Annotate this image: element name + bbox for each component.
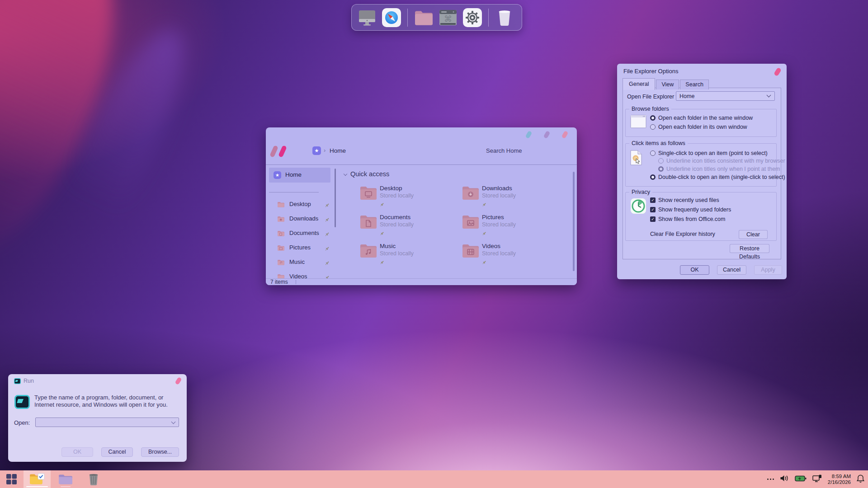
sidebar-scrollbar[interactable] xyxy=(335,169,336,227)
running-indicator xyxy=(26,486,48,488)
safari-icon[interactable] xyxy=(382,8,401,28)
close-icon[interactable] xyxy=(175,377,182,385)
radio-underline-consistent: Underline icon titles consistent with my… xyxy=(658,157,785,164)
harddrive-icon[interactable]: ⌘ xyxy=(438,8,458,28)
click-items-group: Click items as follows Single-click to o… xyxy=(625,143,777,187)
tab-view[interactable]: View xyxy=(656,80,679,89)
dock: ⌘ xyxy=(351,4,522,31)
maximize-icon[interactable] xyxy=(543,131,551,139)
close-icon[interactable] xyxy=(774,67,782,77)
tile-videos[interactable]: Videos Stored locally xyxy=(462,243,561,269)
radio-icon xyxy=(650,174,656,180)
home-star-icon[interactable]: ★ xyxy=(312,146,321,155)
tab-search[interactable]: Search xyxy=(680,80,709,89)
cancel-button[interactable]: Cancel xyxy=(717,265,746,275)
sidebar-item-music[interactable]: Music xyxy=(269,255,332,269)
pin-icon xyxy=(380,258,384,267)
taskbar-recycle-bin[interactable] xyxy=(84,470,103,488)
window-controls xyxy=(527,131,567,138)
run-title-icon xyxy=(14,378,21,385)
browse-button[interactable]: Browse... xyxy=(141,447,179,457)
apply-button[interactable]: Apply xyxy=(754,265,782,275)
tile-pictures[interactable]: Pictures Stored locally xyxy=(462,214,561,240)
run-dialog: Run Type the name of a program, folder, … xyxy=(8,374,187,462)
battery-charging-icon[interactable] xyxy=(795,474,807,484)
display-icon[interactable] xyxy=(357,8,377,28)
browse-folders-icon xyxy=(630,115,646,130)
trash-icon[interactable] xyxy=(495,8,514,28)
tile-music[interactable]: Music Stored locally xyxy=(360,243,459,269)
sidebar-item-desktop[interactable]: Desktop xyxy=(269,197,332,211)
taskbar-file-explorer[interactable] xyxy=(56,470,75,488)
run-icon xyxy=(14,395,30,410)
sidebar-item-downloads[interactable]: Downloads xyxy=(269,212,332,225)
ok-button[interactable]: OK xyxy=(680,265,709,275)
checkbox-icon: ✓ xyxy=(650,207,656,212)
open-combobox[interactable] xyxy=(35,418,179,427)
tile-downloads[interactable]: Downloads Stored locally xyxy=(462,185,561,211)
tray-clock[interactable]: 8:59 AM 2/16/2026 xyxy=(828,474,851,485)
svg-text:⌘: ⌘ xyxy=(444,14,452,23)
radio-own-window[interactable]: Open each folder in its own window xyxy=(650,123,747,130)
desktop-wallpaper: ⌘ xyxy=(0,0,868,470)
notifications-bell-icon[interactable] xyxy=(857,474,864,484)
dock-folder-icon[interactable] xyxy=(414,8,434,28)
click-items-icon xyxy=(630,150,642,167)
folder-icon xyxy=(277,230,284,238)
group-legend: Click items as follows xyxy=(629,140,688,146)
radio-same-window[interactable]: Open each folder in the same window xyxy=(650,114,753,121)
restore-defaults-button[interactable]: Restore Defaults xyxy=(730,244,769,253)
checkbox-office-files[interactable]: ✓ Show files from Office.com xyxy=(650,216,725,222)
radio-double-click[interactable]: Double-click to open an item (single-cli… xyxy=(650,174,785,180)
pin-icon xyxy=(325,259,330,267)
checkbox-recent-files[interactable]: ✓ Show recently used files xyxy=(650,197,719,203)
tab-strip: General View Search xyxy=(623,78,710,89)
home-star-icon: ★ xyxy=(274,171,281,179)
radio-icon xyxy=(658,158,664,164)
start-button[interactable] xyxy=(4,470,19,488)
search-input[interactable]: Search Home xyxy=(486,147,522,154)
minimize-icon[interactable] xyxy=(525,131,533,139)
folder-icon xyxy=(277,244,284,253)
tile-documents[interactable]: Documents Stored locally xyxy=(360,214,459,240)
pin-icon xyxy=(325,245,330,253)
forward-icon[interactable] xyxy=(278,145,287,158)
sidebar-item-pictures[interactable]: Pictures xyxy=(269,241,332,254)
radio-icon xyxy=(650,150,656,156)
privacy-clock-icon xyxy=(630,198,646,216)
close-icon[interactable] xyxy=(561,131,569,139)
cancel-button[interactable]: Cancel xyxy=(101,447,133,457)
clear-button[interactable]: Clear xyxy=(739,230,768,239)
item-count: 7 items xyxy=(270,279,288,285)
taskbar-file-explorer-options[interactable] xyxy=(24,470,51,488)
file-explorer-options-dialog: File Explorer Options General View Searc… xyxy=(617,64,787,279)
open-label: Open: xyxy=(14,419,30,426)
sidebar-item-home[interactable]: ★ Home xyxy=(269,168,330,183)
tile-desktop[interactable]: Desktop Stored locally xyxy=(360,185,459,211)
running-indicator xyxy=(61,486,71,488)
radio-underline-point: Underline icon titles only when I point … xyxy=(658,165,780,172)
folder-icon xyxy=(277,201,284,209)
scrollbar[interactable] xyxy=(573,172,575,271)
radio-single-click[interactable]: Single-click to open an item (point to s… xyxy=(650,150,768,156)
clear-history-label: Clear File Explorer history xyxy=(650,231,715,237)
settings-gear-icon[interactable] xyxy=(462,8,482,28)
checkbox-icon: ✓ xyxy=(650,197,656,203)
tray-overflow-icon[interactable] xyxy=(767,479,774,480)
ok-button[interactable]: OK xyxy=(61,447,93,457)
volume-icon[interactable] xyxy=(780,474,789,484)
breadcrumb[interactable]: Home xyxy=(330,147,346,154)
open-to-dropdown[interactable]: Home xyxy=(676,91,775,101)
cast-display-icon[interactable] xyxy=(812,474,822,484)
pin-icon xyxy=(482,258,486,267)
dock-divider xyxy=(488,9,489,27)
sidebar-divider xyxy=(269,192,319,192)
back-icon[interactable] xyxy=(269,145,278,158)
checkbox-frequent-folders[interactable]: ✓ Show frequently used folders xyxy=(650,206,731,213)
chevron-down-icon xyxy=(171,420,176,424)
dialog-title: File Explorer Options xyxy=(623,68,678,75)
file-explorer-window: ★ › Home Search Home ★ Home Desktop Down… xyxy=(266,127,577,285)
sidebar-item-documents[interactable]: Documents xyxy=(269,226,332,240)
tab-general[interactable]: General xyxy=(623,78,655,90)
chevron-down-icon xyxy=(767,93,771,98)
